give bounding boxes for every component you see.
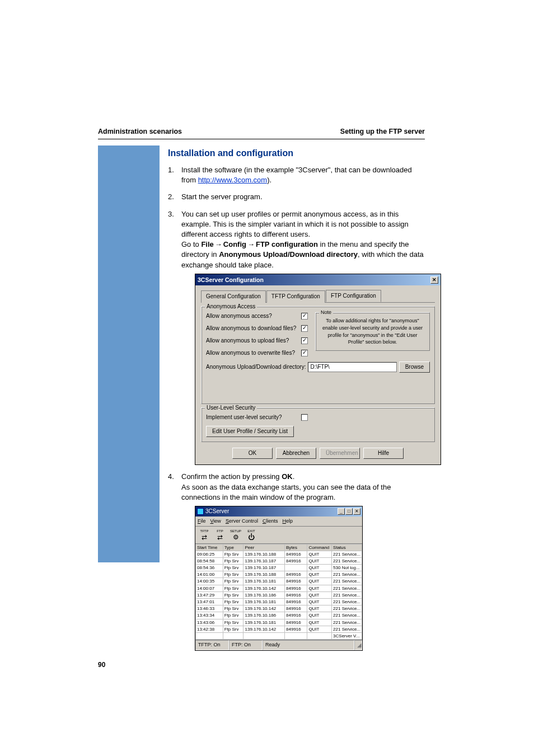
table-cell: 849916 (285, 551, 307, 557)
note-box: Note To allow additional rights for "ano… (315, 312, 430, 350)
table-row[interactable]: 14:01:00Ftp Srv139.176.10.188849916QUIT2… (196, 571, 362, 578)
table-cell: 849916 (285, 571, 307, 578)
browse-button[interactable]: Browse (399, 361, 430, 373)
table-cell: 13:43:34 (196, 612, 223, 619)
tb-tftp[interactable]: TFTP⇄ (197, 528, 212, 542)
table-cell: QUIT (307, 612, 332, 619)
anon-dir-bold: Anonymous Upload/Download directory (219, 250, 358, 259)
lbl-impl-user: Implement user-level security? (206, 414, 301, 421)
table-row[interactable]: 13:42:38Ftp Srv139.176.10.142849916QUIT2… (196, 626, 362, 632)
table-cell: 221 Service... (332, 557, 362, 564)
table-cell: 849916 (285, 619, 307, 626)
menu-file-bold: File (201, 240, 213, 248)
table-row[interactable]: 14:00:07Ftp Srv139.176.10.142849916QUIT2… (196, 585, 362, 591)
table-row[interactable]: 08:54:36Ftp Srv139.176.10.187QUIT530 Not… (196, 565, 362, 571)
table-row[interactable]: 08:54:58Ftp Srv139.176.10.187849916QUIT2… (196, 557, 362, 564)
table-cell: Ftp Srv (223, 565, 243, 571)
network-icon: ⇄ (202, 534, 207, 541)
tab-tftp[interactable]: TFTP Configuration (266, 290, 325, 303)
menu-config-bold: Config (223, 240, 246, 248)
close-icon[interactable]: ✕ (353, 508, 360, 515)
table-cell: 221 Service... (332, 578, 362, 585)
col-type[interactable]: Type (223, 544, 243, 551)
edit-profile-button[interactable]: Edit User Profile / Security List (206, 426, 294, 437)
menu-ftp-bold: FTP configuration (256, 240, 318, 248)
chk-allow-upload[interactable] (301, 337, 308, 344)
table-cell: 221 Service... (332, 571, 362, 578)
table-cell: Ftp Srv (223, 619, 243, 626)
menu-help[interactable]: Help (282, 518, 293, 525)
tb-exit[interactable]: EXIT⏻ (244, 528, 259, 542)
table-cell: 530 Not log... (332, 565, 362, 571)
cancel-button[interactable]: Abbrechen (276, 448, 316, 459)
table-row[interactable]: 13:47:01Ftp Srv139.176.10.181849916QUIT2… (196, 599, 362, 605)
table-row[interactable]: 14:00:35Ftp Srv139.176.10.181849916QUIT2… (196, 578, 362, 585)
tb-ftp[interactable]: FTP⇄ (213, 528, 227, 542)
arrow-icon: → (214, 240, 223, 248)
page-number: 90 (98, 661, 105, 669)
table-row[interactable]: 09:06:25Ftp Srv139.176.10.188849916QUIT2… (196, 551, 362, 557)
table-cell: Ftp Srv (223, 626, 243, 632)
lbl-allow-anon: Allow anonymous access? (206, 312, 301, 320)
chk-allow-anon[interactable] (301, 313, 308, 320)
col-status[interactable]: Status (332, 544, 362, 551)
tab-ftp[interactable]: FTP Configuration (326, 290, 381, 302)
col-peer[interactable]: Peer (243, 544, 285, 551)
table-cell (285, 565, 307, 571)
table-cell: Ftp Srv (223, 557, 243, 564)
menu-file[interactable]: File (198, 518, 206, 525)
apply-button: Übernehmen (320, 448, 360, 459)
table-cell: Ftp Srv (223, 585, 243, 591)
ok-button[interactable]: OK (232, 448, 273, 459)
table-cell: QUIT (307, 619, 332, 626)
link-3com[interactable]: http://www.3com.com (198, 176, 268, 184)
col-start-time[interactable]: Start Time (196, 544, 223, 551)
table-row[interactable]: 13:43:34Ftp Srv139.176.10.186849916QUIT2… (196, 612, 362, 619)
tb-setup[interactable]: SETUP⚙ (228, 528, 243, 542)
help-button[interactable]: Hilfe (363, 448, 404, 459)
chk-allow-overwrite[interactable] (301, 350, 308, 356)
dir-input[interactable]: D:\FTP\ (308, 362, 396, 372)
table-cell: 221 Service... (332, 585, 362, 591)
lbl-allow-download: Allow anonymous to download files? (206, 325, 301, 332)
tab-general[interactable]: General Configuration (201, 290, 266, 303)
table-cell: 221 Service... (332, 591, 362, 598)
table-cell: 221 Service... (332, 626, 362, 632)
table-row[interactable]: 13:47:29Ftp Srv139.176.10.186849916QUIT2… (196, 591, 362, 598)
menu-server-control[interactable]: Server Control (226, 518, 258, 525)
table-cell: 13:42:38 (196, 626, 223, 632)
maximize-icon[interactable]: □ (345, 508, 353, 515)
table-row[interactable]: 3CServer V... (196, 632, 362, 639)
status-tftp: TFTP: On (195, 640, 229, 650)
col-command[interactable]: Command (307, 544, 332, 551)
table-cell (285, 632, 307, 639)
table-cell: QUIT (307, 551, 332, 557)
table-cell: 139.176.10.181 (243, 578, 285, 585)
chk-allow-download[interactable] (301, 325, 308, 332)
table-cell: Ftp Srv (223, 591, 243, 598)
header-right: Setting up the FTP server (340, 128, 425, 135)
close-icon[interactable]: ✕ (430, 276, 438, 284)
window-title: 3CServer (205, 508, 229, 515)
table-cell: Ftp Srv (223, 571, 243, 578)
menu-clients[interactable]: Clients (263, 518, 278, 525)
menu-view[interactable]: View (210, 518, 221, 525)
table-cell: 13:43:06 (196, 619, 223, 626)
step3-text-a: You can set up user profiles or permit a… (181, 210, 409, 238)
lbl-allow-overwrite: Allow anonymous to overwrite files? (206, 349, 301, 357)
table-cell: 849916 (285, 557, 307, 564)
resize-grip-icon[interactable]: ◢ (354, 640, 362, 650)
table-row[interactable]: 13:46:33Ftp Srv139.176.10.142849916QUIT2… (196, 605, 362, 612)
minimize-icon[interactable]: _ (338, 508, 345, 515)
chk-impl-user[interactable] (301, 414, 308, 421)
table-cell: QUIT (307, 585, 332, 591)
table-cell: 221 Service... (332, 551, 362, 557)
table-row[interactable]: 13:43:06Ftp Srv139.176.10.181849916QUIT2… (196, 619, 362, 626)
table-cell: QUIT (307, 605, 332, 612)
table-cell: 849916 (285, 599, 307, 605)
table-cell (196, 632, 223, 639)
group-anonymous-legend: Anonymous Access (205, 303, 257, 311)
table-cell: 849916 (285, 626, 307, 632)
col-bytes[interactable]: Bytes (285, 544, 307, 551)
table-cell: 139.176.10.187 (243, 557, 285, 564)
